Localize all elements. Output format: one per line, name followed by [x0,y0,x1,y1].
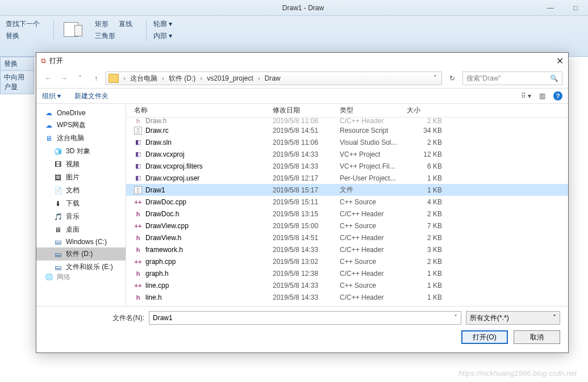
file-row[interactable]: ◧Draw.vcxproj.user2019/5/8 12:17Per-User… [126,172,568,184]
file-date: 2019/5/8 14:33 [273,150,340,158]
filename-dropdown-icon[interactable]: ˅ [454,314,457,322]
file-size: 2 KB [407,138,447,146]
tree-node[interactable]: ⬇下载 [36,197,126,210]
nav-recent-dropdown[interactable]: ˅ [74,72,86,85]
close-button[interactable]: ✕ [556,56,564,66]
refresh-button[interactable]: ↻ [445,72,459,85]
ribbon-triangle[interactable]: 三角形 [95,31,115,41]
file-name: Draw.vcxproj.user [145,174,199,182]
maximize-button[interactable]: □ [563,2,588,14]
tree-label: 这台电脑 [57,133,84,143]
file-h-icon: h [134,117,142,124]
file-row[interactable]: hDraw.h2019/5/8 11:06C/C++ Header2 KB [126,117,568,124]
tree-node[interactable]: 🎞视频 [36,158,126,171]
column-headers[interactable]: 名称 修改日期 类型 大小 [126,104,568,117]
file-row[interactable]: ◧Draw.vcxproj2019/5/8 14:33VC++ Project1… [126,148,568,160]
file-name: graph.h [145,270,169,278]
file-cpp-icon: ++ [134,198,142,206]
file-row[interactable]: hgraph.h2019/5/8 12:38C/C++ Header1 KB [126,267,568,279]
titlebar: Draw1 - Draw — □ [0,0,588,16]
ribbon-line[interactable]: 直线 [119,19,132,29]
filter-value: 所有文件(*.*) [470,313,509,323]
cube-icon: 🧊 [53,148,62,156]
ribbon-replace[interactable]: 替换 [6,31,40,41]
crumb-seg[interactable]: vs2019_project [205,74,255,82]
tree-node[interactable]: 🖴软件 (D:) [36,247,126,261]
cloud-icon: ☁ [44,109,53,117]
file-row[interactable]: ++graph.cpp2019/5/8 13:02C++ Source2 KB [126,255,568,267]
ribbon-rect[interactable]: 矩形 [95,19,109,29]
preview-pane-button[interactable]: ▥ [539,92,545,100]
file-row[interactable]: ++DrawView.cpp2019/5/8 15:00C++ Source7 … [126,220,568,232]
file-list[interactable]: hDraw.h2019/5/8 11:06C/C++ Header2 KB▯Dr… [126,117,568,306]
tree-node[interactable]: 🧊3D 对象 [36,145,126,158]
crumb-seg[interactable]: 这台电脑 [128,74,160,83]
new-folder-button[interactable]: 新建文件夹 [74,91,109,101]
open-button[interactable]: 打开(O) [461,330,508,344]
file-type: C++ Source [340,198,407,206]
file-sln-icon: ◧ [134,138,142,146]
file-cpp-icon: ++ [134,258,142,266]
tree-node[interactable]: 🖥桌面 [36,223,126,236]
ribbon-inner[interactable]: 内部 ▾ [153,31,172,41]
filename-value: Draw1 [153,314,173,322]
file-name: DrawDoc.cpp [145,198,186,206]
file-row[interactable]: ◧Draw.vcxproj.filters2019/5/8 14:33VC++ … [126,160,568,172]
tree-node[interactable]: 🖼图片 [36,171,126,184]
organize-menu[interactable]: 组织 ▾ [42,91,61,101]
nav-back-button[interactable]: ← [42,72,55,85]
file-row[interactable]: hDrawDoc.h2019/5/8 13:15C/C++ Header2 KB [126,208,568,220]
pc-icon: 🖥 [44,135,53,142]
desk-icon: 🖥 [53,226,62,234]
tree-node[interactable]: 📄文档 [36,184,126,197]
breadcrumb[interactable]: › 这台电脑 › 软件 (D:) › vs2019_project › Draw… [106,72,442,85]
tree-node[interactable]: ☁OneDrive [36,107,126,119]
tree-node[interactable]: 🌐网络 [36,274,126,280]
file-row[interactable]: hline.h2019/5/8 14:33C/C++ Header1 KB [126,291,568,303]
file-row[interactable]: ++line.cpp2019/5/8 14:33C++ Source1 KB [126,279,568,291]
help-button[interactable]: ? [553,91,562,100]
filetype-filter[interactable]: 所有文件(*.*) ˅ [466,311,560,325]
tree-label: 3D 对象 [66,146,90,156]
disk-icon: 🖴 [53,238,62,246]
filter-dropdown-icon[interactable]: ˅ [553,314,556,322]
file-row[interactable]: ▯Draw.rc2019/5/8 14:51Resource Script34 … [126,124,568,136]
nav-forward-button[interactable]: → [58,72,70,85]
col-date[interactable]: 修改日期 [273,106,340,115]
crumb-seg[interactable]: Draw [262,74,283,82]
col-name[interactable]: 名称 [126,106,273,115]
crumb-seg[interactable]: 软件 (D:) [166,74,198,83]
ribbon-find-next[interactable]: 查找下一个 [6,19,40,29]
file-row[interactable]: hframework.h2019/5/8 14:33C/C++ Header3 … [126,244,568,255]
nav-tree[interactable]: ☁OneDrive☁WPS网盘🖥这台电脑🧊3D 对象🎞视频🖼图片📄文档⬇下载🎵音… [36,104,126,306]
tree-label: 图片 [66,173,80,182]
file-row[interactable]: ◧Draw.sln2019/5/8 11:06Visual Studio Sol… [126,136,568,148]
crumb-dropdown[interactable]: ˅ [431,74,439,82]
col-size[interactable]: 大小 [407,106,447,115]
col-type[interactable]: 类型 [340,106,407,115]
ribbon-outline[interactable]: 轮廓 ▾ [153,19,172,29]
file-type: Resource Script [340,127,407,135]
file-row[interactable]: hDrawView.h2019/5/8 14:51C/C++ Header2 K… [126,232,568,244]
tree-node[interactable]: 🖴Windows (C:) [36,236,126,247]
nav-up-button[interactable]: ↑ [90,72,102,85]
strip-user[interactable]: 中向用户显 [0,70,34,94]
tree-node[interactable]: 🖥这台电脑 [36,132,126,145]
folder-icon [109,74,119,83]
search-input[interactable]: 搜索"Draw" 🔍 [462,72,562,85]
file-cpp-icon: ++ [134,222,142,230]
file-row[interactable]: ++DrawDoc.cpp2019/5/8 15:11C++ Source4 K… [126,196,568,208]
file-doc-icon: ▯ [134,127,142,135]
tree-node[interactable]: 🖴文件和娱乐 (E:) [36,261,126,274]
tree-node[interactable]: ☁WPS网盘 [36,119,126,132]
tree-node[interactable]: 🎵音乐 [36,210,126,223]
strip-replace[interactable]: 替换 [0,57,34,71]
file-size: 6 KB [407,162,447,170]
file-row[interactable]: ▯Draw12019/5/8 15:17文件1 KB [126,184,568,196]
view-menu[interactable]: ⠿ ▾ [521,92,531,100]
minimize-button[interactable]: — [538,2,563,14]
dl-icon: ⬇ [53,200,62,208]
filename-input[interactable]: Draw1 ˅ [149,311,461,325]
file-size: 2 KB [407,234,447,242]
cancel-button[interactable]: 取消 [514,330,560,344]
